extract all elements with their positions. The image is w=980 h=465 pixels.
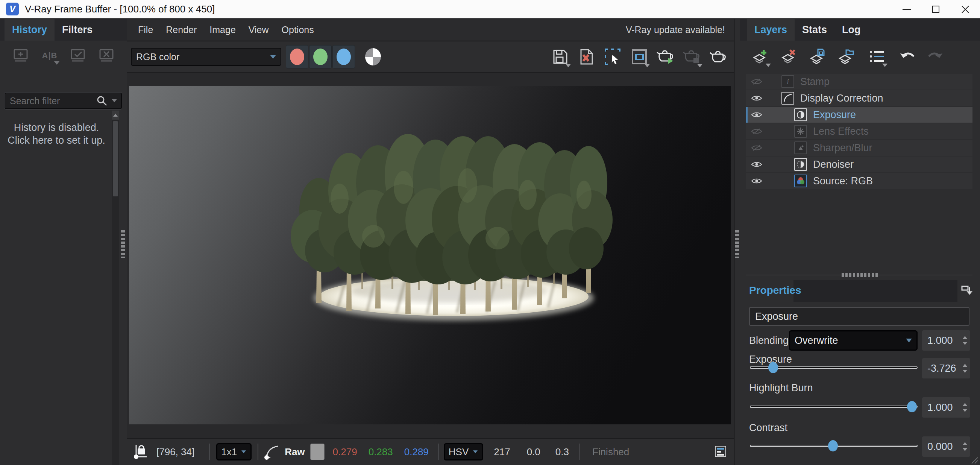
delete-layer-icon (780, 47, 799, 66)
set-a-button[interactable] (68, 46, 88, 65)
window-resize-grip[interactable] (970, 456, 978, 464)
right-splitter-handle[interactable] (735, 230, 739, 258)
pixel-info-size-dropdown[interactable]: 1x1 (216, 443, 251, 460)
stop-options-caret[interactable] (697, 64, 702, 67)
render-image[interactable] (129, 86, 731, 424)
stop-render-button[interactable] (681, 46, 702, 68)
menubar: File Render Image View Options V-Ray upd… (127, 19, 734, 41)
presets-caret[interactable] (882, 64, 888, 67)
menu-file[interactable]: File (132, 24, 159, 35)
clear-ab-button[interactable] (97, 46, 116, 65)
load-layer-tree-button[interactable] (835, 45, 857, 68)
visibility-on-icon[interactable] (751, 111, 763, 119)
tab-filters[interactable]: Filters (54, 19, 100, 41)
delete-layer-button[interactable] (778, 45, 800, 68)
save-image-button[interactable] (550, 46, 571, 68)
region-options-caret[interactable] (644, 64, 650, 67)
properties-splitter-handle[interactable] (842, 273, 878, 277)
blue-channel-toggle[interactable] (332, 45, 355, 68)
clear-image-button[interactable] (576, 46, 597, 68)
menu-view[interactable]: View (242, 24, 275, 35)
layer-name-field[interactable]: Exposure (749, 307, 969, 326)
layer-row-source-rgb[interactable]: Source: RGB (746, 173, 972, 189)
add-layer-button[interactable] (750, 45, 771, 68)
search-icon (96, 95, 108, 107)
render-teapot-icon (656, 48, 675, 65)
pin-lock-icon[interactable] (132, 443, 149, 461)
save-options-caret[interactable] (566, 64, 571, 67)
visibility-on-icon[interactable] (751, 177, 763, 185)
green-value: 0.283 (369, 446, 393, 458)
visibility-on-icon[interactable] (751, 94, 763, 102)
layer-presets-button[interactable] (866, 45, 888, 68)
render-last-button[interactable] (655, 46, 676, 68)
chevron-down-icon (906, 339, 912, 342)
add-layer-caret[interactable] (766, 64, 771, 67)
tab-log[interactable]: Log (834, 19, 868, 41)
colorspace-dropdown[interactable]: HSV (444, 443, 483, 460)
layer-row-lens-effects[interactable]: Lens Effects (746, 123, 972, 139)
clear-image-icon (578, 48, 595, 65)
layer-row-sharpen-blur[interactable]: Sharpen/Blur (746, 140, 972, 156)
menu-image[interactable]: Image (203, 24, 242, 35)
render-region-select-button[interactable] (603, 46, 624, 68)
visibility-off-icon[interactable] (751, 144, 763, 152)
region-render-button[interactable] (629, 46, 650, 68)
contrast-label: Contrast (749, 422, 788, 434)
compare-options-caret[interactable] (54, 61, 59, 65)
tab-stats[interactable]: Stats (795, 19, 834, 41)
interactive-render-button[interactable] (708, 46, 729, 68)
layer-row-stamp[interactable]: i Stamp (746, 74, 972, 89)
compare-ab-button[interactable]: A|B (40, 46, 59, 65)
highlight-burn-slider-thumb[interactable] (907, 401, 917, 412)
minimize-button[interactable] (892, 0, 921, 18)
tab-layers[interactable]: Layers (747, 19, 795, 41)
layers-toolbar (740, 41, 980, 72)
save-icon (552, 48, 569, 65)
highlight-burn-value-spinner[interactable]: 1.000 (922, 397, 970, 417)
titlebar[interactable]: V V-Ray Frame Buffer - [100.0% of 800 x … (0, 0, 980, 19)
blending-amount-spinner[interactable]: 1.000 (922, 330, 970, 350)
channel-select-dropdown[interactable]: RGB color (131, 48, 281, 66)
layer-row-exposure[interactable]: Exposure (746, 107, 972, 123)
redo-button[interactable] (924, 45, 945, 68)
history-empty-message[interactable]: History is disabled. Click here to set i… (0, 121, 113, 147)
blending-mode-dropdown[interactable]: Overwrite (789, 330, 918, 350)
visibility-on-icon[interactable] (751, 160, 763, 169)
vray-logo-icon: V (6, 3, 19, 16)
search-filter-input[interactable] (9, 95, 96, 107)
layer-row-display-correction[interactable]: Display Correction (746, 90, 972, 106)
contrast-value-spinner[interactable]: 0.000 (922, 436, 970, 457)
hue-value: 217 (494, 446, 510, 458)
visibility-off-icon[interactable] (751, 127, 763, 135)
update-notice[interactable]: V-Ray update available! (626, 24, 725, 35)
exposure-value-spinner[interactable]: -3.726 (922, 358, 970, 379)
save-layer-tree-button[interactable] (807, 45, 828, 68)
history-scrollbar[interactable] (112, 111, 119, 465)
scroll-up-button[interactable] (112, 111, 119, 119)
tab-history[interactable]: History (5, 19, 54, 41)
contrast-slider[interactable] (750, 445, 918, 447)
visibility-off-icon[interactable] (751, 78, 763, 86)
layer-row-denoiser[interactable]: Denoiser (746, 156, 972, 172)
highlight-burn-slider[interactable] (750, 406, 918, 408)
close-button[interactable] (951, 0, 980, 18)
rollup-properties-button[interactable] (958, 282, 976, 301)
chevron-down-icon (270, 55, 276, 59)
search-options-caret[interactable] (112, 99, 117, 102)
menu-options[interactable]: Options (275, 24, 320, 35)
green-channel-toggle[interactable] (309, 45, 332, 68)
exposure-slider[interactable] (750, 366, 918, 369)
maximize-button[interactable] (921, 0, 951, 18)
red-channel-toggle[interactable] (286, 45, 309, 68)
undo-button[interactable] (897, 45, 918, 68)
stamp-toggle-icon[interactable] (714, 446, 727, 458)
exposure-slider-thumb[interactable] (768, 362, 778, 373)
contrast-slider-thumb[interactable] (828, 440, 838, 451)
save-to-history-button[interactable] (11, 46, 31, 65)
scrollbar-thumb[interactable] (113, 121, 118, 196)
render-status: Finished (592, 446, 629, 458)
menu-render[interactable]: Render (159, 24, 203, 35)
alpha-channel-toggle[interactable] (362, 45, 384, 68)
left-splitter-handle[interactable] (121, 230, 125, 258)
